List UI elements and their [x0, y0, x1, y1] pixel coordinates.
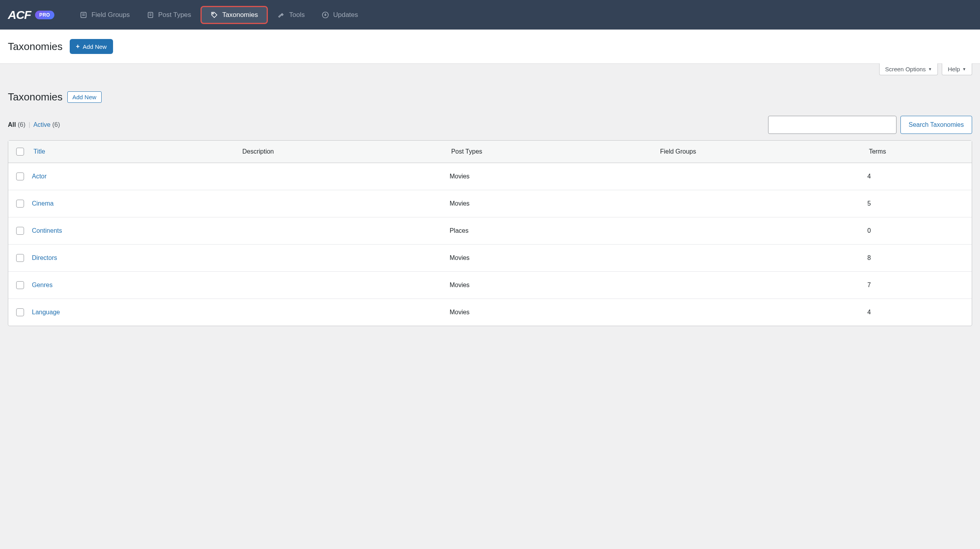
row-title[interactable]: Actor [32, 173, 241, 180]
table-header: Title Description Post Types Field Group… [8, 141, 972, 163]
options-row: Screen Options ▼ Help ▼ [0, 63, 980, 75]
table-row: ActorMovies4 [8, 163, 972, 190]
row-post-types: Places [449, 227, 658, 234]
updates-icon [321, 11, 329, 19]
filter-separator: | [28, 121, 30, 128]
search-input[interactable] [768, 116, 896, 134]
help-tab[interactable]: Help ▼ [942, 63, 972, 75]
filter-all-label: All [8, 121, 16, 128]
row-terms: 7 [867, 282, 972, 289]
row-title[interactable]: Directors [32, 254, 241, 262]
help-label: Help [948, 66, 960, 72]
acf-logo: ACF [8, 8, 31, 22]
row-checkbox[interactable] [16, 200, 24, 208]
tag-icon [210, 11, 218, 19]
svg-point-6 [213, 13, 214, 14]
row-title[interactable]: Cinema [32, 200, 241, 207]
row-checkbox-cell [8, 172, 32, 180]
nav-label: Post Types [158, 11, 191, 19]
section-head: Taxonomies Add New [8, 91, 972, 103]
header-checkbox-cell [8, 148, 32, 156]
row-terms: 8 [867, 254, 972, 262]
row-checkbox-cell [8, 281, 32, 289]
nav-tools[interactable]: Tools [270, 7, 312, 23]
table-row: DirectorsMovies8 [8, 245, 972, 272]
row-checkbox-cell [8, 254, 32, 262]
header-terms: Terms [867, 148, 972, 155]
row-checkbox[interactable] [16, 172, 24, 180]
row-checkbox-cell [8, 227, 32, 235]
row-terms: 4 [867, 309, 972, 316]
table-row: CinemaMovies5 [8, 190, 972, 217]
filter-active-label: Active [33, 121, 51, 128]
row-post-types: Movies [449, 173, 658, 180]
tools-icon [277, 11, 285, 19]
table-row: ContinentsPlaces0 [8, 217, 972, 245]
post-types-icon [147, 11, 154, 19]
search-button[interactable]: Search Taxonomies [900, 116, 972, 134]
row-post-types: Movies [449, 309, 658, 316]
nav-field-groups[interactable]: Field Groups [72, 7, 137, 23]
row-post-types: Movies [449, 254, 658, 262]
nav-label: Updates [333, 11, 358, 19]
section-title: Taxonomies [8, 91, 63, 103]
chevron-down-icon: ▼ [962, 67, 966, 71]
row-checkbox[interactable] [16, 308, 24, 316]
row-checkbox-cell [8, 200, 32, 208]
row-checkbox[interactable] [16, 227, 24, 235]
filter-all[interactable]: All (6) [8, 121, 25, 128]
add-new-label: Add New [83, 43, 107, 50]
row-checkbox-cell [8, 308, 32, 316]
row-title[interactable]: Genres [32, 282, 241, 289]
top-navigation: ACF PRO Field Groups Post Types Taxonomi… [0, 0, 980, 30]
select-all-checkbox[interactable] [16, 148, 24, 156]
field-groups-icon [80, 11, 87, 19]
row-terms: 0 [867, 227, 972, 234]
taxonomies-table: Title Description Post Types Field Group… [8, 140, 972, 326]
page-title: Taxonomies [8, 41, 63, 53]
pro-badge: PRO [35, 11, 55, 19]
plus-icon: + [76, 43, 80, 50]
add-new-outline-button[interactable]: Add New [67, 91, 102, 103]
nav-taxonomies[interactable]: Taxonomies [200, 6, 268, 24]
add-new-button[interactable]: + Add New [70, 39, 113, 54]
header-post-types: Post Types [449, 148, 658, 155]
page-header: Taxonomies + Add New [0, 30, 980, 64]
row-terms: 4 [867, 173, 972, 180]
nav-label: Field Groups [91, 11, 130, 19]
nav-label: Tools [289, 11, 305, 19]
filter-search-row: All (6) | Active (6) Search Taxonomies [8, 116, 972, 134]
main-section: Taxonomies Add New All (6) | Active (6) … [0, 75, 980, 334]
search-group: Search Taxonomies [768, 116, 972, 134]
chevron-down-icon: ▼ [928, 67, 932, 71]
row-title[interactable]: Continents [32, 227, 241, 234]
header-field-groups: Field Groups [659, 148, 867, 155]
nav-label: Taxonomies [222, 11, 258, 19]
filter-all-count: (6) [18, 121, 26, 128]
filter-links: All (6) | Active (6) [8, 121, 60, 128]
row-terms: 5 [867, 200, 972, 207]
row-post-types: Movies [449, 200, 658, 207]
filter-active-count: (6) [52, 121, 60, 128]
screen-options-label: Screen Options [885, 66, 926, 72]
header-description: Description [241, 148, 449, 155]
table-row: LanguageMovies4 [8, 299, 972, 326]
table-row: GenresMovies7 [8, 272, 972, 299]
row-checkbox[interactable] [16, 254, 24, 262]
screen-options-tab[interactable]: Screen Options ▼ [879, 63, 938, 75]
row-post-types: Movies [449, 282, 658, 289]
nav-updates[interactable]: Updates [314, 7, 365, 23]
brand-group: ACF PRO [8, 8, 54, 22]
header-title[interactable]: Title [32, 148, 241, 155]
row-title[interactable]: Language [32, 309, 241, 316]
row-checkbox[interactable] [16, 281, 24, 289]
nav-post-types[interactable]: Post Types [139, 7, 199, 23]
filter-active[interactable]: Active (6) [33, 121, 60, 128]
